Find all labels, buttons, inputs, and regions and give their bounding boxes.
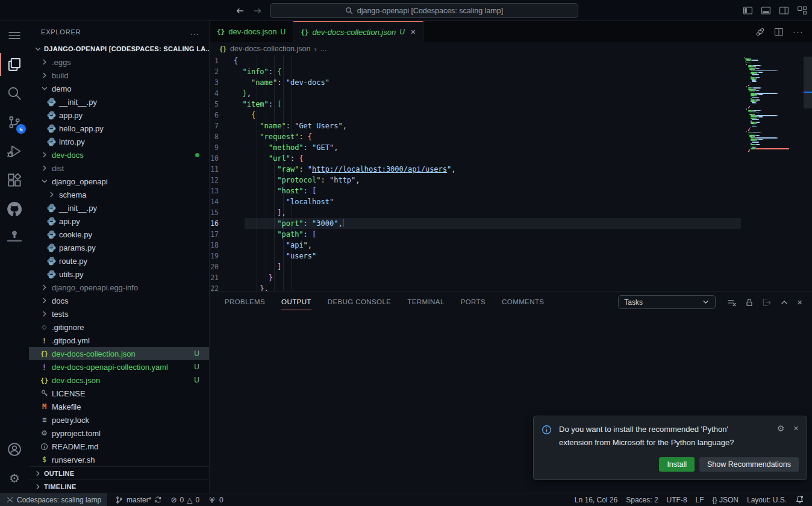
tree-item-license[interactable]: LICENSE [29, 387, 209, 400]
code-line-11[interactable]: 11 "raw": "http://localhost:3000/api/use… [210, 164, 812, 175]
activitybar-extensions[interactable] [0, 166, 29, 195]
scrollbar-slider[interactable] [804, 57, 812, 108]
code-line-6[interactable]: 6 { [210, 110, 812, 120]
panel-tab-comments[interactable]: COMMENTS [502, 298, 544, 305]
code-line-20[interactable]: 20 ] [210, 261, 812, 272]
panel-tab-output[interactable]: OUTPUT [281, 298, 311, 305]
activitybar-source-control[interactable]: 5 [0, 108, 29, 137]
layout-customize-icon[interactable] [797, 5, 807, 16]
statusbar-notifications[interactable] [791, 493, 808, 506]
output-channel-dropdown[interactable]: Tasks [618, 295, 716, 309]
tree-item-django-openapi[interactable]: django_openapi [29, 175, 209, 188]
panel-tab-terminal[interactable]: TERMINAL [407, 298, 444, 305]
code-line-15[interactable]: 15 ], [210, 207, 812, 218]
tree-item-intro-py[interactable]: intro.py [29, 135, 209, 148]
code-line-4[interactable]: 4 }, [210, 88, 812, 99]
tree-item-hello-app-py[interactable]: hello_app.py [29, 122, 209, 135]
minimap[interactable] [744, 57, 802, 152]
code-line-14[interactable]: 14 "localhost" [210, 196, 812, 207]
statusbar-language-mode[interactable]: {} JSON [708, 493, 743, 506]
explorer-more-actions-icon[interactable]: ... [190, 27, 199, 37]
notification-close-icon[interactable]: × [793, 423, 799, 433]
remote-indicator[interactable]: Codespaces: scaling lamp [0, 493, 107, 506]
code-line-12[interactable]: 12 "protocol": "http", [210, 175, 812, 186]
close-icon[interactable]: × [411, 27, 416, 37]
forward-arrow-icon[interactable] [253, 6, 263, 16]
activitybar-settings[interactable]: ⚙ [0, 464, 29, 493]
panel-tab-ports[interactable]: PORTS [461, 298, 486, 305]
install-button[interactable]: Install [659, 457, 695, 472]
code-line-17[interactable]: 17 "path": [ [210, 229, 812, 240]
sidebar-section-timeline[interactable]: TIMELINE [29, 479, 209, 493]
clear-output-icon[interactable] [727, 298, 737, 307]
tree-item-cookie-py[interactable]: cookie.py [29, 228, 209, 241]
code-line-2[interactable]: 2 "info": { [210, 66, 812, 77]
statusbar-encoding[interactable]: UTF-8 [663, 493, 692, 506]
code-line-1[interactable]: 1{ [210, 55, 812, 66]
activitybar-search[interactable] [0, 79, 29, 108]
back-arrow-icon[interactable] [235, 6, 245, 16]
tree-root-folder[interactable]: DJANGO-OPENAPI [CODESPACES: SCALING LA..… [29, 42, 209, 55]
tree-item-pyproject-toml[interactable]: ⚙pyproject.toml [29, 426, 209, 440]
code-line-3[interactable]: 3 "name": "dev-docs" [210, 77, 812, 88]
tree-item-poetry-lock[interactable]: ≡poetry.lock [29, 413, 209, 426]
layout-panel-bottom-icon[interactable] [761, 5, 771, 16]
code-line-10[interactable]: 10 "url": { [210, 153, 812, 164]
tab-dev-docs-collection-json[interactable]: {}dev-docs-collection.jsonU× [293, 21, 423, 42]
activitybar-github[interactable] [0, 195, 29, 223]
sidebar-section-outline[interactable]: OUTLINE [29, 466, 209, 479]
activitybar-explorer[interactable] [0, 50, 29, 79]
tree-item-dev-docs-openapi-collection-yaml[interactable]: !dev-docs-openapi-collection.yamlU [29, 360, 209, 373]
panel-tab-debug-console[interactable]: DEBUG CONSOLE [328, 298, 392, 305]
problems-indicator[interactable]: ⊘ 0 △ 0 [166, 493, 204, 506]
code-editor[interactable]: 1{2 "info": {3 "name": "dev-docs"4 },5 "… [210, 55, 812, 291]
tree-item-schema[interactable]: schema [29, 188, 209, 201]
activitybar-run-and-debug[interactable] [0, 137, 29, 166]
activitybar-menu[interactable] [0, 21, 29, 50]
tree-item-init-py[interactable]: __init__.py [29, 95, 209, 108]
lock-icon[interactable] [745, 298, 754, 307]
maximize-panel-icon[interactable] [779, 298, 789, 307]
code-line-16[interactable]: 16 "port": "3000", [210, 218, 812, 229]
show-recommendations-button[interactable]: Show Recommendations [699, 457, 799, 472]
tree-item-dist[interactable]: dist [29, 161, 209, 175]
open-changes-icon[interactable] [755, 27, 765, 37]
tree-item-dev-docs-json[interactable]: {}dev-docs.jsonU [29, 373, 209, 387]
tree-item-dev-docs[interactable]: dev-docs [29, 148, 209, 161]
statusbar-eol[interactable]: LF [692, 493, 708, 506]
more-actions-icon[interactable]: ··· [793, 27, 804, 37]
tree-item-runserver-sh[interactable]: $runserver.sh [29, 453, 209, 466]
split-editor-icon[interactable] [774, 27, 784, 37]
branch-indicator[interactable]: master* [111, 493, 166, 506]
code-line-13[interactable]: 13 "host": [ [210, 186, 812, 196]
editor-scrollbar[interactable] [804, 55, 812, 291]
tree-item-params-py[interactable]: params.py [29, 241, 209, 254]
tree-item-demo[interactable]: demo [29, 82, 209, 95]
tree-item-django-openapi-egg-info[interactable]: django_openapi.egg-info [29, 281, 209, 294]
tree-item-tests[interactable]: tests [29, 307, 209, 320]
statusbar-indentation[interactable]: Spaces: 2 [622, 493, 662, 506]
layout-sidebar-right-icon[interactable] [779, 5, 789, 16]
statusbar-cursor-position[interactable]: Ln 16, Col 26 [570, 493, 622, 506]
code-line-21[interactable]: 21 } [210, 272, 812, 283]
breadcrumb[interactable]: {} dev-docs-collection.json › ... [210, 42, 812, 55]
code-line-22[interactable]: 22 }, [210, 283, 812, 291]
tree-item-init-py[interactable]: __init__.py [29, 201, 209, 214]
tab-dev-docs-json[interactable]: {}dev-docs.jsonU [210, 21, 293, 42]
tree-item-dev-docs-collection-json[interactable]: {}dev-docs-collection.jsonU [29, 347, 209, 360]
code-line-18[interactable]: 18 "api", [210, 240, 812, 251]
code-line-19[interactable]: 19 "users" [210, 251, 812, 261]
tree-item-docs[interactable]: docs [29, 294, 209, 307]
activitybar-dev-docs-extension[interactable] [0, 223, 29, 249]
tree-item-build[interactable]: build [29, 69, 209, 82]
tree-item-readme-md[interactable]: README.md [29, 440, 209, 453]
code-line-5[interactable]: 5 "item": [ [210, 99, 812, 110]
code-line-7[interactable]: 7 "name": "Get Users", [210, 120, 812, 131]
code-line-9[interactable]: 9 "method": "GET", [210, 142, 812, 153]
notification-settings-icon[interactable]: ⚙ [777, 424, 785, 433]
tree-item-route-py[interactable]: route.py [29, 254, 209, 267]
activitybar-accounts[interactable] [0, 435, 29, 464]
tree-item-gitignore[interactable]: .gitignore [29, 320, 209, 334]
tree-item-eggs[interactable]: .eggs [29, 55, 209, 69]
tree-item-utils-py[interactable]: utils.py [29, 267, 209, 281]
